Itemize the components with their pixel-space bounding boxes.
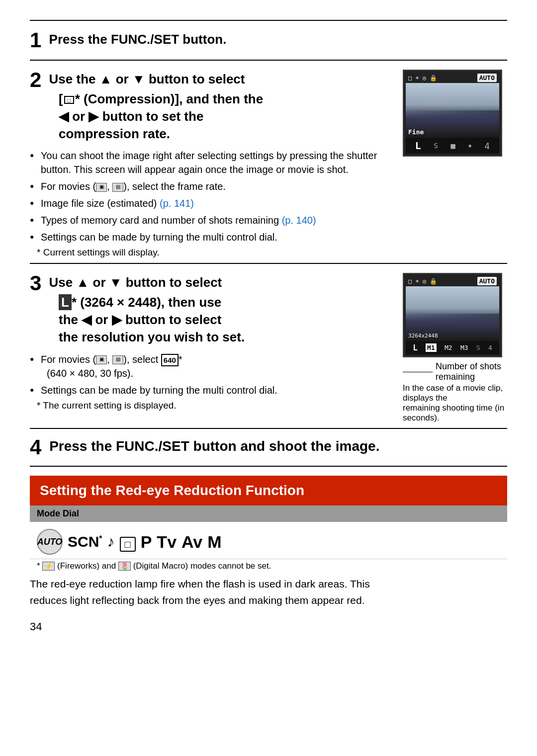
step2-compression-text: [□* (Compression)], and then the bbox=[30, 91, 263, 106]
Tv-text: Tv bbox=[157, 532, 177, 552]
step3-caption-line3: remaining shooting time (in seconds). bbox=[403, 403, 507, 423]
music-icon: ♪ bbox=[107, 533, 115, 550]
redeye-description: The red-eye reduction lamp fire when the… bbox=[30, 576, 507, 608]
cam3-count: 4 bbox=[488, 344, 492, 351]
step2-note: * Current settings will display. bbox=[30, 247, 388, 258]
cam2-size-L: L bbox=[415, 140, 421, 152]
step2-number: 2 bbox=[30, 68, 41, 91]
auto-text: AUTO bbox=[37, 537, 63, 547]
step2-bullets: You can shoot the image right after sele… bbox=[30, 149, 388, 244]
auto-icon: AUTO bbox=[37, 529, 63, 555]
step2-bullet-5: Settings can be made by turning the mult… bbox=[30, 230, 388, 244]
P-text: P bbox=[141, 532, 152, 552]
step3-button-select2: button to select bbox=[125, 312, 222, 327]
step3-bullets: For movies (▣, ▤), select 640* (640 × 48… bbox=[30, 352, 388, 397]
step4-section: 4 Press the FUNC./SET button and shoot t… bbox=[30, 428, 507, 467]
mode-dial-bar: Mode Dial bbox=[30, 505, 507, 522]
step2-arrow-right-icon: ▶ bbox=[89, 109, 102, 124]
step3-the: the bbox=[30, 312, 82, 327]
box-icon: □ bbox=[120, 537, 136, 552]
cam3-left-icons: □ ☀ ◎ 🔒 bbox=[408, 278, 437, 285]
redeye-footnote: * ⚡ (Fireworks) and 🌷 (Digital Macro) mo… bbox=[30, 561, 507, 571]
step3-number: 3 bbox=[30, 271, 41, 295]
cam2-size-sq1: ■ bbox=[450, 141, 455, 151]
step3-bullet-1: For movies (▣, ▤), select 640* (640 × 48… bbox=[30, 352, 388, 380]
step1-number: 1 bbox=[30, 28, 41, 52]
step3-title: 3 Use ▲ or ▼ button to select L* (3264 ×… bbox=[30, 273, 388, 346]
step3-arrow-down-icon: ▼ bbox=[109, 275, 126, 290]
step3-camera-wrapper: □ ☀ ◎ 🔒 AUTO 3264x2448 L M1 M2 M3 S bbox=[403, 273, 507, 423]
step2-arrow-up-icon: ▲ bbox=[99, 72, 116, 86]
step1-header: 1 Press the FUNC./SET button. bbox=[30, 30, 507, 51]
cam2-size-sq2: ▪ bbox=[468, 142, 472, 149]
step2-or1: or bbox=[116, 72, 129, 86]
step2-link-141: (p. 141) bbox=[160, 198, 194, 209]
cam3-M1-selected: M1 bbox=[426, 343, 437, 352]
cam3-auto-badge: AUTO bbox=[477, 277, 497, 285]
compression-icon: □ bbox=[64, 96, 74, 104]
step3-caption: Number of shots remaining In the case of… bbox=[403, 361, 507, 423]
cam2-count: 4 bbox=[484, 141, 490, 151]
step2-text: 2 Use the ▲ or ▼ button to select [□* (C… bbox=[30, 70, 388, 258]
macro-icon: 🌷 bbox=[118, 562, 131, 571]
step3-caption-line1: Number of shots remaining bbox=[436, 361, 507, 382]
step2-arrow-left-icon: ◀ bbox=[30, 109, 72, 124]
step2-bullet-3: Image file size (estimated) (p. 141) bbox=[30, 196, 388, 210]
step3-caption-line2: In the case of a movie clip, displays th… bbox=[403, 383, 507, 403]
cam3-S: S bbox=[476, 344, 480, 351]
Av-text: Av bbox=[181, 532, 202, 552]
step3-bullet-2: Settings can be made by turning the mult… bbox=[30, 383, 388, 397]
step2-use-the: Use the bbox=[49, 72, 96, 86]
step3-arrow-left-icon: ◀ bbox=[82, 312, 95, 327]
cam2-bottom-bar: L S ■ ▪ 4 bbox=[406, 138, 499, 154]
step3-resolution-text: the resolution you wish to set. bbox=[30, 330, 245, 344]
cam3-resolution-label: 3264x2448 bbox=[408, 333, 438, 339]
step3-note: * The current setting is displayed. bbox=[30, 400, 388, 411]
footnote-part2: (Digital Macro) modes cannot be set. bbox=[133, 561, 271, 571]
cam3-image-area: 3264x2448 bbox=[406, 286, 499, 341]
M-text: M bbox=[207, 532, 221, 552]
redeye-desc-line2: reduces light reflecting back from the e… bbox=[30, 594, 365, 606]
cam3-M2: M2 bbox=[445, 344, 452, 351]
step2-camera-screen: □ ☀ ◎ 🔒 AUTO Fine L S ■ ▪ bbox=[403, 70, 507, 157]
step2-or2: or bbox=[72, 109, 85, 124]
cam2-left-icons: □ ☀ ◎ 🔒 bbox=[408, 75, 437, 82]
square-icon: □ bbox=[120, 531, 136, 552]
step2-title: 2 Use the ▲ or ▼ button to select [□* (C… bbox=[30, 70, 388, 143]
cam2-size-S: S bbox=[434, 142, 438, 150]
step3-section: 3 Use ▲ or ▼ button to select L* (3264 ×… bbox=[30, 263, 507, 428]
step2-button-set-text: button to set the bbox=[102, 109, 204, 124]
step4-title: Press the FUNC./SET button and shoot the… bbox=[49, 439, 379, 454]
cam2-fine-label: Fine bbox=[408, 128, 424, 136]
step2-bullet-4: Types of memory card and number of shots… bbox=[30, 213, 388, 227]
step3-movie-icon1: ▣ bbox=[96, 355, 107, 364]
step3-cam-mock: □ ☀ ◎ 🔒 AUTO 3264x2448 L M1 M2 M3 S bbox=[403, 273, 502, 357]
movie-icon-2: ▤ bbox=[112, 183, 123, 192]
step2-section: 2 Use the ▲ or ▼ button to select [□* (C… bbox=[30, 60, 507, 263]
page-number: 34 bbox=[30, 620, 507, 633]
step2-bullet-1: You can shoot the image right after sele… bbox=[30, 149, 388, 176]
step2-compression-rate: compression rate. bbox=[30, 126, 170, 141]
mode-dial-label: Mode Dial bbox=[37, 508, 79, 518]
step2-link-140: (p. 140) bbox=[282, 215, 316, 226]
redeye-header: Setting the Red-eye Reduction Function bbox=[30, 476, 507, 505]
step3-button-select: button to select bbox=[126, 275, 222, 290]
step3-640-icon: 640 bbox=[161, 354, 179, 366]
step3-movie-icon2: ▤ bbox=[112, 355, 123, 364]
step2-bullet-2: For movies (▣, ▤), select the frame rate… bbox=[30, 179, 388, 193]
mode-icons-row: AUTO SCN* ♪ □ P Tv Av M bbox=[30, 522, 507, 559]
cam3-bottom-bar: L M1 M2 M3 S 4 bbox=[406, 341, 499, 354]
step3-or2: or bbox=[95, 312, 108, 327]
step3-or1: or bbox=[93, 275, 106, 290]
step2-content: 2 Use the ▲ or ▼ button to select [□* (C… bbox=[30, 70, 507, 258]
step3-content: 3 Use ▲ or ▼ button to select L* (3264 ×… bbox=[30, 273, 507, 423]
cam2-image-area: Fine bbox=[406, 83, 499, 138]
movie-icon-1: ▣ bbox=[96, 183, 107, 192]
step3-use: Use bbox=[49, 275, 73, 290]
redeye-title: Setting the Red-eye Reduction Function bbox=[40, 483, 304, 498]
step1-section: 1 Press the FUNC./SET button. bbox=[30, 20, 507, 60]
step4-number: 4 bbox=[30, 435, 41, 459]
cam3-L: L bbox=[413, 343, 418, 352]
step3-L-icon: L* (3264 × 2448), then use bbox=[30, 295, 221, 310]
cam3-M3: M3 bbox=[460, 344, 468, 351]
